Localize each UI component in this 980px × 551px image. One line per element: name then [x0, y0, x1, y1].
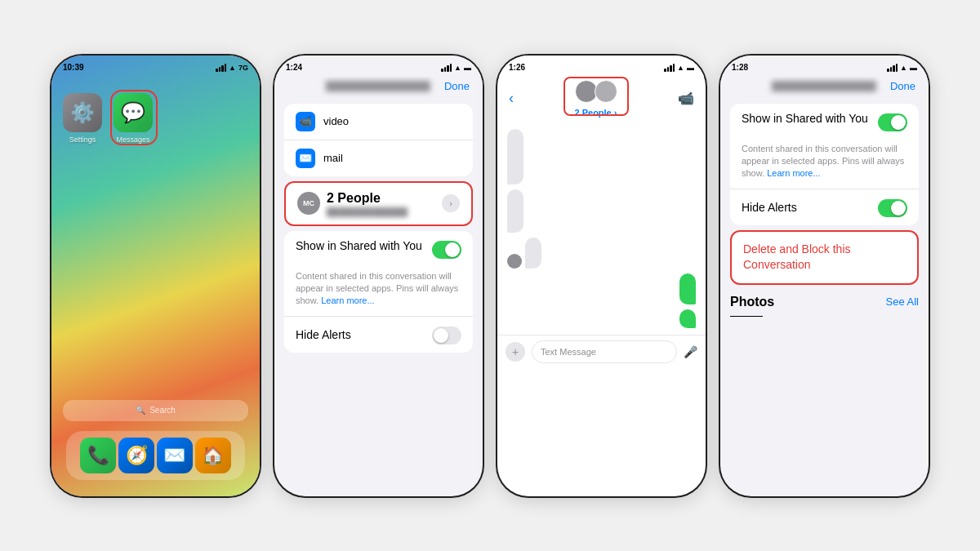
hide-alerts-row: Hide Alerts [284, 316, 473, 353]
text-input-bar: + Text Message 🎤 [497, 335, 706, 368]
show-shared-toggle-row-4: Show in Shared with You [730, 104, 919, 140]
info-header-title: ████████████████ [312, 81, 444, 91]
signal-icon-4 [887, 64, 898, 72]
messages-icon: 💬 [114, 93, 153, 132]
shared-section-4: Show in Shared with You Content shared i… [730, 104, 919, 225]
msg-bubble-1 [507, 129, 523, 184]
msg-bubble-4-sent [679, 273, 696, 304]
show-shared-toggle[interactable] [432, 241, 461, 259]
msg-bubble-3 [525, 238, 541, 269]
search-bar[interactable]: 🔍 Search [63, 400, 248, 421]
wifi-icon-4: ▲ [900, 64, 907, 72]
hide-alerts-label-4: Hide Alerts [742, 201, 797, 214]
phone-1-homescreen: 10:39 ▲ 7G ⚙️ Settings 💬 Messages [51, 56, 260, 496]
hide-alerts-toggle-4[interactable] [878, 199, 907, 217]
sender-avatar [507, 254, 522, 269]
contact-section: MC 2 People ██████████████ › [284, 181, 473, 226]
show-shared-toggle-4[interactable] [878, 113, 907, 131]
search-label: Search [149, 406, 176, 415]
photos-title: Photos [730, 295, 774, 309]
conv-center: 2 People › [575, 80, 617, 118]
status-bar-2: 1:24 ▲ ▬ [274, 56, 483, 77]
hide-alerts-toggle[interactable] [432, 327, 461, 344]
status-icons-2: ▲ ▬ [441, 64, 471, 72]
done-button-2[interactable]: Done [444, 80, 470, 92]
mail-icon: ✉️ [296, 149, 315, 168]
safari-dock-icon[interactable]: 🧭 [118, 438, 154, 473]
status-bar-4: 1:28 ▲ ▬ [720, 56, 929, 77]
add-button[interactable]: + [506, 342, 525, 362]
msg-bubble-5-sent [679, 309, 696, 328]
contact-info: MC 2 People ██████████████ [297, 191, 408, 216]
shared-section-2: Show in Shared with You Content shared i… [284, 231, 473, 353]
delete-block-section: Delete and Block this Conversation [730, 230, 919, 285]
home-dock-icon[interactable]: 🏠 [195, 438, 231, 473]
photos-header: Photos See All [730, 290, 919, 314]
show-shared-label: Show in Shared with You [296, 239, 422, 252]
signal-icon-2 [441, 64, 452, 72]
see-all-underline [730, 316, 763, 317]
status-time-4: 1:28 [732, 63, 748, 72]
actions-section: 📹 video ✉️ mail [284, 104, 473, 176]
settings-app-icon[interactable]: ⚙️ Settings [63, 93, 102, 144]
learn-more-link-4[interactable]: Learn more... [767, 168, 820, 178]
mail-dock-icon[interactable]: ✉️ [157, 438, 193, 473]
app-grid: ⚙️ Settings 💬 Messages [63, 93, 248, 144]
hide-alerts-row-4: Hide Alerts [730, 189, 919, 225]
dock: 📞 🧭 ✉️ 🏠 [66, 431, 245, 480]
photos-section: Photos See All [730, 290, 919, 317]
avatar-area [575, 80, 617, 106]
phone-2-info: 1:24 ▲ ▬ ████████████████ Done 📹 video ✉… [274, 56, 483, 496]
status-icons-4: ▲ ▬ [887, 64, 917, 72]
battery-icon-2: ▬ [464, 64, 471, 72]
settings-label: Settings [69, 136, 96, 144]
battery-icon: 7G [238, 64, 248, 72]
video-row[interactable]: 📹 video [284, 104, 473, 140]
hide-alerts-label: Hide Alerts [296, 328, 351, 341]
status-icons-1: ▲ 7G [216, 64, 248, 72]
done-button-4[interactable]: Done [890, 80, 915, 92]
phone-4-info2: 1:28 ▲ ▬ ████████████████ Done Show in S… [720, 56, 929, 496]
battery-icon-3: ▬ [687, 64, 694, 72]
contact-avatar: MC [297, 192, 320, 215]
video-icon: 📹 [296, 112, 315, 131]
see-all-button[interactable]: See All [886, 295, 919, 308]
video-label: video [323, 115, 349, 127]
shared-description: Content shared in this conversation will… [284, 267, 473, 316]
status-time-2: 1:24 [286, 63, 302, 72]
wifi-icon-2: ▲ [454, 64, 461, 72]
show-shared-toggle-row: Show in Shared with You [284, 231, 473, 267]
mic-button[interactable]: 🎤 [684, 345, 697, 358]
status-bar-3: 1:26 ▲ ▬ [497, 56, 706, 77]
messages-label: Messages [116, 136, 149, 144]
info-header-title-4: ████████████████ [758, 81, 890, 91]
video-call-button[interactable]: 📹 [678, 91, 694, 106]
contact-details: 2 People ██████████████ [327, 191, 408, 216]
text-placeholder: Text Message [541, 347, 596, 357]
messages-area [497, 122, 706, 335]
status-time-3: 1:26 [509, 63, 525, 72]
info-header-2: ████████████████ Done [274, 77, 483, 99]
mail-label: mail [323, 152, 343, 164]
messages-app-icon[interactable]: 💬 Messages [114, 93, 153, 144]
learn-more-link[interactable]: Learn more... [321, 295, 374, 305]
search-icon: 🔍 [136, 406, 145, 415]
battery-icon-4: ▬ [910, 64, 917, 72]
wifi-icon-3: ▲ [677, 64, 684, 72]
show-shared-label-4: Show in Shared with You [742, 112, 868, 125]
chevron-icon[interactable]: › [442, 194, 460, 212]
status-icons-3: ▲ ▬ [664, 64, 694, 72]
mail-row[interactable]: ✉️ mail [284, 140, 473, 176]
conv-avatar-2 [595, 80, 617, 103]
delete-block-label[interactable]: Delete and Block this Conversation [743, 242, 906, 273]
text-input[interactable]: Text Message [532, 340, 677, 363]
back-button[interactable]: ‹ [509, 90, 514, 107]
phone-dock-icon[interactable]: 📞 [80, 438, 116, 473]
status-bar-1: 10:39 ▲ 7G [51, 56, 260, 77]
info-header-4: ████████████████ Done [720, 77, 929, 99]
wifi-icon: ▲ [229, 64, 236, 72]
settings-icon: ⚙️ [63, 93, 102, 132]
contact-name: 2 People [327, 191, 408, 206]
status-time-1: 10:39 [63, 63, 84, 72]
msg-row-3 [507, 238, 696, 269]
